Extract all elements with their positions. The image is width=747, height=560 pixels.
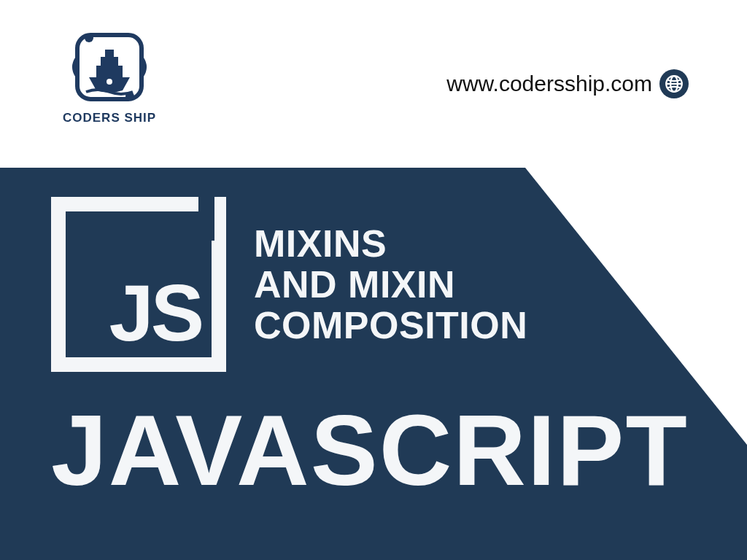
title-row: JS MIXINS AND MIXIN COMPOSITION: [0, 168, 747, 372]
promo-card: CODERS SHIP www.codersship.com JS: [0, 0, 747, 560]
subtitle-line-1: MIXINS: [254, 223, 527, 264]
js-badge-text: JS: [109, 273, 201, 353]
js-badge: JS: [51, 197, 226, 372]
subtitle-line-3: COMPOSITION: [254, 305, 527, 346]
panel-content: JS MIXINS AND MIXIN COMPOSITION: [0, 168, 747, 372]
language-title: JAVASCRIPT: [51, 400, 689, 500]
subtitle-line-2: AND MIXIN: [254, 264, 527, 305]
subtitle: MIXINS AND MIXIN COMPOSITION: [254, 223, 527, 346]
